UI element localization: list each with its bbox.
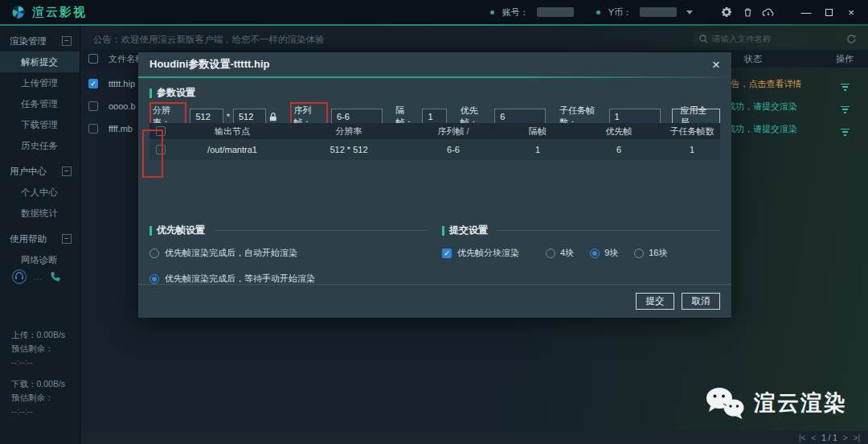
row-checkbox[interactable] [88, 124, 98, 134]
ycoin-label: Y币： [608, 6, 632, 18]
submit-settings-section: 提交设置 ✓ 优先帧分块渲染 4块 9块 16块 [428, 224, 720, 285]
node-priority: 6 [574, 145, 664, 154]
priority-settings-section: 优先帧设置 优先帧渲染完成后，自动开始渲染 优先帧渲染完成后，等待手动开始渲染 [149, 224, 428, 285]
block-render-checkbox[interactable]: ✓ [442, 249, 452, 258]
node-table-row[interactable]: /out/mantra1 512 * 512 6-6 1 6 1 [149, 139, 720, 160]
sidebar-item-label: 个人中心 [21, 187, 58, 199]
close-window-icon[interactable]: × [844, 6, 858, 18]
subtask-frames-input[interactable]: 1 [609, 109, 661, 125]
phone-icon[interactable] [50, 271, 62, 283]
search-input[interactable]: 请输入文件名称 [693, 31, 813, 47]
sidebar-item-label: 上传管理 [21, 77, 58, 89]
operation-filter-icon[interactable] [841, 106, 850, 113]
sidebar-item-label: 解析提交 [21, 56, 58, 68]
dialog-close-icon[interactable]: × [712, 58, 720, 72]
collapse-icon[interactable]: − [62, 36, 72, 46]
cancel-button[interactable]: 取消 [682, 293, 720, 310]
node-table-header: 输出节点 分辨率 序列帧/ 隔帧 优先帧 子任务帧数 [149, 123, 720, 139]
more-dots-icon: … [33, 271, 44, 282]
sidebar-group-label: 使用帮助 [10, 233, 47, 245]
operation-filter-icon[interactable] [841, 84, 850, 91]
section-accent-bar [149, 226, 152, 236]
trash-icon[interactable] [741, 6, 754, 18]
first-page-icon[interactable]: |< [799, 434, 805, 442]
node-col-header: 输出节点 [172, 125, 293, 138]
priority-col-header: 优先帧 [574, 125, 664, 138]
sequence-col-header: 序列帧/ [405, 125, 502, 138]
account-label: 账号： [502, 6, 529, 18]
transfer-stats: 上传：0.00B/s 预估剩余： --:--:-- 下载：0.00B/s 预估剩… [11, 328, 65, 418]
dialog-accent-line [138, 76, 731, 78]
refresh-icon[interactable] [846, 33, 857, 47]
sidebar-item-label: 下载管理 [21, 119, 58, 131]
radio-16-blocks[interactable] [634, 249, 644, 258]
sidebar-item-download-management[interactable]: 下载管理 [0, 114, 80, 135]
sidebar-item-data-statistics[interactable]: 数据统计 [0, 203, 80, 224]
operation-filter-icon[interactable] [841, 129, 850, 136]
download-speed: 下载：0.00B/s [11, 377, 65, 391]
radio-4-blocks[interactable] [546, 249, 555, 258]
account-value-redacted [537, 7, 574, 17]
interval-col-header: 隔帧 [502, 125, 574, 138]
sidebar-item-label: 任务管理 [21, 98, 58, 110]
logo: 渲云影视 [11, 5, 87, 20]
minimize-icon[interactable]: — [799, 6, 813, 18]
radio-icon[interactable] [149, 249, 159, 258]
radio-manual-start[interactable]: 优先帧渲染完成后，等待手动开始渲染 [149, 273, 428, 285]
customer-service-headset-icon[interactable] [11, 269, 27, 285]
dialog-titlebar: Houdini参数设置-ttttt.hip × [138, 52, 731, 76]
params-section-title: 参数设置 [149, 86, 720, 100]
submit-button[interactable]: 提交 [636, 293, 674, 310]
sequence-input[interactable]: 6-6 [331, 109, 383, 125]
account-dot-icon [490, 10, 494, 14]
node-interval: 1 [502, 145, 574, 154]
sidebar-group-label: 渲染管理 [10, 35, 47, 47]
node-subtask: 1 [664, 145, 720, 154]
priority-frame-input[interactable]: 6 [494, 109, 546, 125]
section-divider [215, 230, 428, 231]
sidebar-item-network-diagnosis[interactable]: 网络诊断 [0, 249, 80, 270]
wechat-icon [704, 386, 746, 420]
radio-auto-start[interactable]: 优先帧渲染完成后，自动开始渲染 [149, 247, 428, 259]
wechat-watermark: 渲云渲染 [704, 386, 847, 420]
row-checkbox[interactable] [88, 101, 98, 111]
blocks-label: 9块 [604, 247, 618, 259]
section-accent-bar [149, 88, 152, 98]
resolution-height-input[interactable]: 512 [233, 109, 266, 125]
cloud-download-icon[interactable] [762, 6, 775, 18]
sidebar-item-history-tasks[interactable]: 历史任务 [0, 135, 80, 156]
sidebar-item-parse-submit[interactable]: 解析提交 [0, 51, 80, 72]
sidebar-group-user-center[interactable]: 用户中心 − [0, 161, 80, 182]
edit-slash-icon[interactable]: / [466, 126, 469, 136]
sidebar-item-label: 历史任务 [21, 140, 58, 152]
last-page-icon[interactable]: >| [854, 434, 860, 442]
chevron-down-icon[interactable] [686, 10, 693, 14]
radio-9-blocks[interactable] [590, 249, 600, 258]
sidebar: 渲染管理 − 解析提交 上传管理 任务管理 下载管理 历史任务 用户中心 − 个… [0, 26, 80, 444]
next-page-icon[interactable]: > [843, 434, 848, 442]
sidebar-group-render-management[interactable]: 渲染管理 − [0, 31, 80, 51]
sidebar-item-label: 数据统计 [21, 208, 58, 220]
search-placeholder: 请输入文件名称 [712, 34, 772, 45]
collapse-icon[interactable]: − [62, 166, 72, 176]
interval-input[interactable]: 1 [422, 109, 447, 125]
radio-icon-selected[interactable] [149, 274, 159, 284]
maximize-icon[interactable] [821, 6, 836, 18]
sidebar-item-personal-center[interactable]: 个人中心 [0, 182, 80, 203]
sidebar-item-task-management[interactable]: 任务管理 [0, 93, 80, 114]
prev-page-icon[interactable]: < [811, 434, 816, 442]
resolution-width-input[interactable]: 512 [190, 109, 223, 125]
lock-icon[interactable] [269, 112, 277, 122]
node-path: /out/mantra1 [172, 145, 293, 154]
collapse-icon[interactable]: − [62, 234, 72, 244]
settings-gear-icon[interactable] [720, 6, 733, 18]
sidebar-group-help[interactable]: 使用帮助 − [0, 228, 80, 249]
sidebar-item-upload-management[interactable]: 上传管理 [0, 72, 80, 93]
row-checkbox[interactable]: ✓ [88, 79, 98, 88]
select-all-checkbox[interactable] [88, 54, 98, 64]
section-label: 参数设置 [157, 86, 195, 100]
priority-settings-title: 优先帧设置 [157, 224, 205, 237]
app-window: 渲云影视 账号： Y币： — × [0, 0, 868, 444]
radio-label: 优先帧渲染完成后，等待手动开始渲染 [165, 273, 315, 285]
page-indicator: 1 / 1 [821, 434, 837, 442]
